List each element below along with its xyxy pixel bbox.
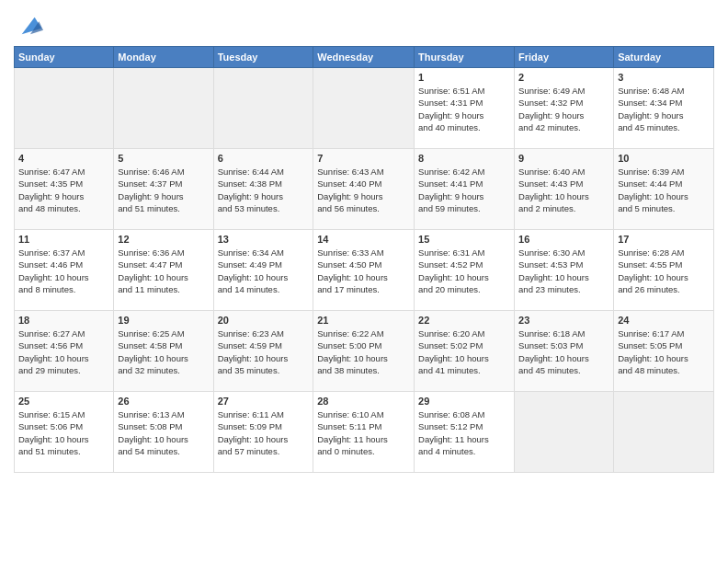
day-number: 8 bbox=[418, 153, 510, 164]
day-number: 13 bbox=[218, 234, 310, 245]
day-number: 25 bbox=[18, 396, 109, 407]
day-cell bbox=[515, 392, 614, 473]
day-number: 14 bbox=[317, 234, 410, 245]
day-info: Sunrise: 6:34 AM Sunset: 4:49 PM Dayligh… bbox=[218, 247, 310, 295]
day-number: 15 bbox=[418, 234, 510, 245]
day-info: Sunrise: 6:40 AM Sunset: 4:43 PM Dayligh… bbox=[518, 166, 609, 214]
day-number: 26 bbox=[118, 396, 209, 407]
day-number: 16 bbox=[518, 234, 609, 245]
day-info: Sunrise: 6:49 AM Sunset: 4:32 PM Dayligh… bbox=[518, 85, 609, 133]
day-cell: 24Sunrise: 6:17 AM Sunset: 5:05 PM Dayli… bbox=[614, 311, 714, 392]
day-cell: 2Sunrise: 6:49 AM Sunset: 4:32 PM Daylig… bbox=[515, 68, 614, 149]
day-cell: 14Sunrise: 6:33 AM Sunset: 4:50 PM Dayli… bbox=[313, 230, 415, 311]
header-cell-friday: Friday bbox=[515, 47, 614, 68]
page: SundayMondayTuesdayWednesdayThursdayFrid… bbox=[0, 0, 728, 482]
day-info: Sunrise: 6:36 AM Sunset: 4:47 PM Dayligh… bbox=[118, 247, 209, 295]
day-number: 5 bbox=[118, 153, 209, 164]
day-number: 6 bbox=[218, 153, 310, 164]
day-info: Sunrise: 6:47 AM Sunset: 4:35 PM Dayligh… bbox=[18, 166, 109, 214]
day-info: Sunrise: 6:30 AM Sunset: 4:53 PM Dayligh… bbox=[518, 247, 609, 295]
day-cell bbox=[614, 392, 714, 473]
day-info: Sunrise: 6:31 AM Sunset: 4:52 PM Dayligh… bbox=[418, 247, 510, 295]
day-cell bbox=[114, 68, 213, 149]
day-number: 1 bbox=[418, 72, 510, 83]
day-cell: 27Sunrise: 6:11 AM Sunset: 5:09 PM Dayli… bbox=[213, 392, 313, 473]
day-info: Sunrise: 6:11 AM Sunset: 5:09 PM Dayligh… bbox=[218, 408, 310, 457]
day-info: Sunrise: 6:37 AM Sunset: 4:46 PM Dayligh… bbox=[18, 247, 109, 295]
day-info: Sunrise: 6:43 AM Sunset: 4:40 PM Dayligh… bbox=[317, 166, 410, 214]
logo bbox=[14, 13, 43, 39]
day-cell: 12Sunrise: 6:36 AM Sunset: 4:47 PM Dayli… bbox=[114, 230, 213, 311]
header-cell-thursday: Thursday bbox=[415, 47, 515, 68]
day-cell: 3Sunrise: 6:48 AM Sunset: 4:34 PM Daylig… bbox=[614, 68, 714, 149]
week-row-3: 11Sunrise: 6:37 AM Sunset: 4:46 PM Dayli… bbox=[15, 230, 714, 311]
day-cell: 29Sunrise: 6:08 AM Sunset: 5:12 PM Dayli… bbox=[415, 392, 515, 473]
day-number: 20 bbox=[218, 315, 310, 326]
day-info: Sunrise: 6:27 AM Sunset: 4:56 PM Dayligh… bbox=[18, 327, 109, 376]
day-cell: 23Sunrise: 6:18 AM Sunset: 5:03 PM Dayli… bbox=[515, 311, 614, 392]
day-info: Sunrise: 6:42 AM Sunset: 4:41 PM Dayligh… bbox=[418, 166, 510, 214]
day-number: 12 bbox=[118, 234, 209, 245]
header-cell-tuesday: Tuesday bbox=[213, 47, 313, 68]
week-row-1: 1Sunrise: 6:51 AM Sunset: 4:31 PM Daylig… bbox=[15, 68, 714, 149]
day-number: 24 bbox=[618, 315, 710, 326]
day-info: Sunrise: 6:25 AM Sunset: 4:58 PM Dayligh… bbox=[118, 327, 209, 376]
day-cell: 7Sunrise: 6:43 AM Sunset: 4:40 PM Daylig… bbox=[313, 149, 415, 230]
day-cell: 26Sunrise: 6:13 AM Sunset: 5:08 PM Dayli… bbox=[114, 392, 213, 473]
day-cell bbox=[15, 68, 114, 149]
header bbox=[14, 9, 714, 39]
day-cell: 8Sunrise: 6:42 AM Sunset: 4:41 PM Daylig… bbox=[415, 149, 515, 230]
day-number: 4 bbox=[18, 153, 109, 164]
header-cell-wednesday: Wednesday bbox=[313, 47, 415, 68]
day-info: Sunrise: 6:15 AM Sunset: 5:06 PM Dayligh… bbox=[18, 408, 109, 457]
day-cell: 1Sunrise: 6:51 AM Sunset: 4:31 PM Daylig… bbox=[415, 68, 515, 149]
day-cell: 15Sunrise: 6:31 AM Sunset: 4:52 PM Dayli… bbox=[415, 230, 515, 311]
day-cell: 6Sunrise: 6:44 AM Sunset: 4:38 PM Daylig… bbox=[213, 149, 313, 230]
day-info: Sunrise: 6:51 AM Sunset: 4:31 PM Dayligh… bbox=[418, 85, 510, 133]
day-info: Sunrise: 6:48 AM Sunset: 4:34 PM Dayligh… bbox=[618, 85, 710, 133]
day-cell: 9Sunrise: 6:40 AM Sunset: 4:43 PM Daylig… bbox=[515, 149, 614, 230]
day-cell bbox=[213, 68, 313, 149]
day-info: Sunrise: 6:46 AM Sunset: 4:37 PM Dayligh… bbox=[118, 166, 209, 214]
day-info: Sunrise: 6:13 AM Sunset: 5:08 PM Dayligh… bbox=[118, 408, 209, 457]
header-cell-sunday: Sunday bbox=[15, 47, 114, 68]
day-info: Sunrise: 6:33 AM Sunset: 4:50 PM Dayligh… bbox=[317, 247, 410, 295]
day-number: 23 bbox=[518, 315, 609, 326]
day-cell: 20Sunrise: 6:23 AM Sunset: 4:59 PM Dayli… bbox=[213, 311, 313, 392]
day-number: 3 bbox=[618, 72, 710, 83]
week-row-2: 4Sunrise: 6:47 AM Sunset: 4:35 PM Daylig… bbox=[15, 149, 714, 230]
day-cell: 4Sunrise: 6:47 AM Sunset: 4:35 PM Daylig… bbox=[15, 149, 114, 230]
header-cell-monday: Monday bbox=[114, 47, 213, 68]
day-number: 22 bbox=[418, 315, 510, 326]
day-info: Sunrise: 6:20 AM Sunset: 5:02 PM Dayligh… bbox=[418, 327, 510, 376]
day-number: 17 bbox=[618, 234, 710, 245]
logo-icon bbox=[17, 13, 43, 39]
day-cell: 13Sunrise: 6:34 AM Sunset: 4:49 PM Dayli… bbox=[213, 230, 313, 311]
day-cell: 21Sunrise: 6:22 AM Sunset: 5:00 PM Dayli… bbox=[313, 311, 415, 392]
day-number: 7 bbox=[317, 153, 410, 164]
day-info: Sunrise: 6:23 AM Sunset: 4:59 PM Dayligh… bbox=[218, 327, 310, 376]
day-info: Sunrise: 6:17 AM Sunset: 5:05 PM Dayligh… bbox=[618, 327, 710, 376]
day-info: Sunrise: 6:28 AM Sunset: 4:55 PM Dayligh… bbox=[618, 247, 710, 295]
day-number: 10 bbox=[618, 153, 710, 164]
day-cell: 22Sunrise: 6:20 AM Sunset: 5:02 PM Dayli… bbox=[415, 311, 515, 392]
day-cell: 11Sunrise: 6:37 AM Sunset: 4:46 PM Dayli… bbox=[15, 230, 114, 311]
day-cell: 16Sunrise: 6:30 AM Sunset: 4:53 PM Dayli… bbox=[515, 230, 614, 311]
header-cell-saturday: Saturday bbox=[614, 47, 714, 68]
day-cell: 25Sunrise: 6:15 AM Sunset: 5:06 PM Dayli… bbox=[15, 392, 114, 473]
day-info: Sunrise: 6:39 AM Sunset: 4:44 PM Dayligh… bbox=[618, 166, 710, 214]
day-info: Sunrise: 6:10 AM Sunset: 5:11 PM Dayligh… bbox=[317, 408, 410, 457]
day-info: Sunrise: 6:44 AM Sunset: 4:38 PM Dayligh… bbox=[218, 166, 310, 214]
day-info: Sunrise: 6:08 AM Sunset: 5:12 PM Dayligh… bbox=[418, 408, 510, 457]
day-info: Sunrise: 6:18 AM Sunset: 5:03 PM Dayligh… bbox=[518, 327, 609, 376]
day-number: 19 bbox=[118, 315, 209, 326]
week-row-5: 25Sunrise: 6:15 AM Sunset: 5:06 PM Dayli… bbox=[15, 392, 714, 473]
day-number: 27 bbox=[218, 396, 310, 407]
day-info: Sunrise: 6:22 AM Sunset: 5:00 PM Dayligh… bbox=[317, 327, 410, 376]
week-row-4: 18Sunrise: 6:27 AM Sunset: 4:56 PM Dayli… bbox=[15, 311, 714, 392]
day-cell bbox=[313, 68, 415, 149]
day-number: 29 bbox=[418, 396, 510, 407]
day-number: 9 bbox=[518, 153, 609, 164]
day-number: 21 bbox=[317, 315, 410, 326]
day-number: 28 bbox=[317, 396, 410, 407]
